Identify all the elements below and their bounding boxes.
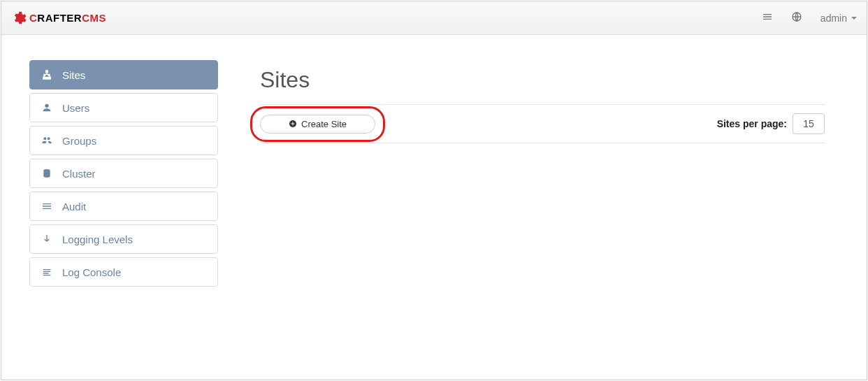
divider: [260, 104, 825, 105]
database-icon: [41, 168, 52, 179]
plus-circle-icon: [289, 120, 297, 128]
sidebar-item-label: Groups: [62, 135, 96, 147]
sidebar-item-cluster[interactable]: Cluster: [29, 159, 218, 188]
gear-icon: [11, 10, 27, 26]
user-icon: [41, 102, 52, 113]
svg-rect-4: [49, 77, 51, 79]
topbar: CRAFTERCMS admin: [1, 1, 867, 35]
sidebar-item-label: Audit: [62, 201, 86, 213]
lines-icon: [41, 266, 52, 278]
sidebar-item-users[interactable]: Users: [29, 93, 218, 122]
sidebar-item-sites[interactable]: Sites: [29, 60, 218, 89]
sitemap-icon: [41, 69, 52, 80]
sidebar-item-audit[interactable]: Audit: [29, 192, 218, 221]
caret-down-icon: [851, 17, 857, 20]
sidebar-item-label: Logging Levels: [62, 233, 133, 245]
svg-rect-3: [46, 77, 48, 79]
brand-logo[interactable]: CRAFTERCMS: [11, 10, 106, 26]
globe-icon[interactable]: [791, 11, 802, 24]
users-icon: [41, 135, 52, 146]
create-site-button[interactable]: Create Site: [260, 115, 375, 134]
sidebar-item-label: Log Console: [62, 266, 121, 278]
sidebar-item-log-console[interactable]: Log Console: [29, 257, 218, 287]
per-page-label: Sites per page:: [717, 118, 787, 129]
menu-icon[interactable]: [762, 11, 773, 24]
toolbar: Create Site Sites per page:: [260, 113, 825, 143]
sidebar-item-label: Users: [62, 102, 89, 114]
user-label: admin: [820, 13, 847, 24]
svg-rect-2: [43, 77, 45, 79]
brand-text: CRAFTERCMS: [29, 12, 106, 24]
create-site-label: Create Site: [301, 119, 347, 129]
arrow-down-icon: [41, 233, 52, 245]
svg-point-5: [43, 169, 50, 172]
sidebar-item-groups[interactable]: Groups: [29, 126, 218, 155]
sidebar: Sites Users Groups Cluster Audit Logging…: [29, 60, 218, 290]
bars-icon: [41, 201, 52, 212]
sidebar-item-label: Cluster: [62, 168, 96, 180]
sidebar-item-label: Sites: [62, 69, 85, 81]
user-menu[interactable]: admin: [820, 13, 857, 24]
main-panel: Sites Create Site Sites per page:: [260, 60, 839, 290]
svg-rect-1: [46, 71, 48, 73]
sidebar-item-logging-levels[interactable]: Logging Levels: [29, 224, 218, 254]
per-page-input[interactable]: [793, 113, 825, 134]
page-title: Sites: [260, 67, 825, 93]
